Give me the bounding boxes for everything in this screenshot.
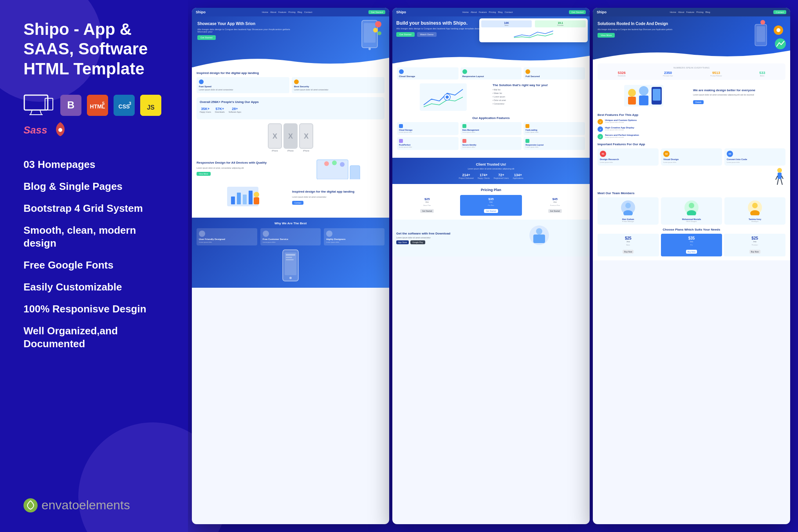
svg-rect-59 [778,173,782,179]
p1-card-2: Best Security Lorem ipsum dolor sit amet… [292,77,385,93]
p1-phone-1: iPhone [268,123,282,152]
svg-point-31 [254,192,259,197]
svg-line-63 [781,179,782,185]
svg-point-14 [23,498,38,512]
feature-blog: Blog & Single Pages [23,180,164,193]
svg-text:3: 3 [129,101,131,106]
p3-best-features: Best Features For This App ✓ Unique and … [598,113,785,139]
svg-rect-29 [243,195,247,204]
p3-header: Shipo Home About Feature Pricing Blog Co… [593,8,790,16]
p2-pricing-section: Pricing Plan $25 /mo Basic Plan Get Star… [392,184,590,220]
p2-dashboard-illus: 14K Sales 19.1 Premium [479,18,588,42]
p3-logo: Shipo [597,10,607,14]
svg-point-68 [689,203,694,208]
p1-hero-btn: Get Started [197,35,216,40]
svg-point-19 [373,28,378,32]
p3-plan-cards: $25 /mo Basic Buy Now $35 /mo Pro Buy No… [598,234,785,256]
p1-header: Shipo Home About Feature Pricing Blog Co… [192,8,389,16]
gulp-icon [53,121,68,139]
p2-trust-stat-2: 174+ Happy Clients [478,173,490,179]
envato-logo: envatoelements [23,498,164,512]
svg-point-13 [58,128,62,132]
p1-inspired-section: Inspired design for the digital app land… [197,185,385,210]
p2-hero-wave [392,50,590,63]
p3-team-1: Alan Graham Product Manager [598,197,659,225]
p3-hero-title: Solutions Rooted In Code And Design [598,21,701,27]
svg-rect-36 [286,254,295,256]
p3-steps-row: 01 Design Research Lorem ipsum dolor 02 … [598,148,785,166]
p1-why-cards: User Friendly Designed Lorem ipsum dolor… [197,228,385,245]
svg-rect-37 [286,257,292,258]
preview-1: Shipo Home About Feature Pricing Blog Co… [192,8,389,524]
p1-content: Inspired design for the digital app land… [192,67,389,218]
p3-plan-3: $25 /mo Premium Buy Now [724,234,785,256]
envato-text: envatoelements [42,498,130,512]
p2-hero-subtitle: Allo Imegm dolo design is Congue des lau… [396,27,491,30]
p2-nav-btn: Get Started [569,10,586,14]
p2-trust-stat-4: 134+ Applications [513,173,523,179]
preview-2-mockup: Shipo Home About Feature Pricing Blog Co… [392,8,590,524]
p1-phone-2: iPhone [283,123,298,152]
sass-label: Sass [23,124,47,136]
p2-header: Shipo Home About Feature Pricing Blog Co… [392,8,590,16]
svg-point-43 [536,228,542,234]
p2-download-section: Get the software with free Download Lore… [392,220,590,256]
svg-rect-22 [350,166,360,179]
svg-point-65 [625,203,631,208]
p2-app-feat-5: Secure Identity Lorem ipsum dolor [460,137,522,150]
p1-responsive-section: Responsive Design for All Devices with Q… [197,156,385,181]
p1-responsive-illus [292,156,385,181]
p1-stat-3: 28+ Software Apps [229,107,241,113]
p3-step-1: 01 Design Research Lorem ipsum dolor [598,148,659,166]
p3-important-features: Important Features For Our App 01 Design… [598,142,785,188]
svg-rect-27 [231,197,235,204]
svg-line-2 [40,110,42,115]
svg-rect-38 [286,259,294,260]
feature-design: Smooth, clean, modern design [23,224,164,251]
monitor-icon [23,94,55,116]
p2-logo: Shipo [396,10,406,14]
svg-text:JS: JS [147,104,155,111]
svg-rect-4 [45,98,53,110]
p2-download-illus [493,224,586,252]
p3-plan-2: $35 /mo Pro Buy Now [661,234,722,256]
css3-badge: CSS 3 [114,95,135,116]
main-title: Shipo - App & SAAS, Software HTML Templa… [23,20,164,79]
svg-point-25 [340,162,345,167]
p3-hero-subtitle: Allo Imegm dolo design is Congue des lau… [598,28,701,31]
p1-section1: Inspired design for the digital app land… [197,71,385,93]
svg-line-62 [777,179,778,185]
p1-why-section: Why We Are The Best User Friendly Design… [192,218,389,288]
p1-stats-section: Overall 256K+ People's Using Our Apps 35… [197,97,385,119]
p1-stat-1: 35K+ Happy Users [200,107,211,113]
p2-features-grid: Cloud Storage Responsive Layout Full Sec… [397,67,585,79]
svg-point-17 [368,48,371,50]
p1-section-title: Inspired design for the digital app land… [197,71,385,75]
p3-nav: Home About Feature Pricing Blog [670,11,710,13]
preview-3-mockup: Shipo Home About Feature Pricing Blog Co… [593,8,790,524]
p2-feat-1: Cloud Storage [397,67,459,79]
p3-team-3: Tamima Anny Developer [724,197,785,225]
p1-nav: Home About Feature Pricing Blog Contact [262,11,312,13]
p3-team-2: Mohammad Mustafa UI/UX Designer [661,197,722,225]
p3-features-list: ✓ Unique and Custom Options Lorem ipsum … [598,119,785,139]
p2-trusted-stats: 214+ Project Delivered 174+ Happy Client… [397,173,585,179]
preview-2: Shipo Home About Feature Pricing Blog Co… [392,8,590,524]
feature-responsive: 100% Responisve Desgin [23,303,164,316]
p2-trusted-section: Client Trusted Us! Lorem ipsum dolor sit… [392,158,590,184]
svg-text:CSS: CSS [119,103,130,110]
p1-hero-title: Showcase Your App With Srion [197,21,300,27]
svg-rect-28 [237,193,241,204]
p3-making-text: We are making design better for everyone… [693,88,785,105]
p2-price-3: $45 /mo Premium Plan Get Started [524,195,586,216]
p1-phone-3: iPhone [299,123,313,152]
p1-stats-title: Overall 256K+ People's Using Our Apps [200,100,381,104]
p3-team-cards: Alan Graham Product Manager Mohammad Mus… [598,197,785,225]
p2-hero-title: Build your business with Shipo. [396,20,491,26]
preview-3: Shipo Home About Feature Pricing Blog Co… [593,8,790,524]
p2-download-text: Get the software with free Download Lore… [396,232,489,244]
p1-card-icon-2 [294,79,299,84]
p1-why-phone [197,249,385,284]
svg-rect-46 [756,26,765,42]
p1-why-card-2: Free Customer Service Lorem ipsum dolor [260,228,321,245]
